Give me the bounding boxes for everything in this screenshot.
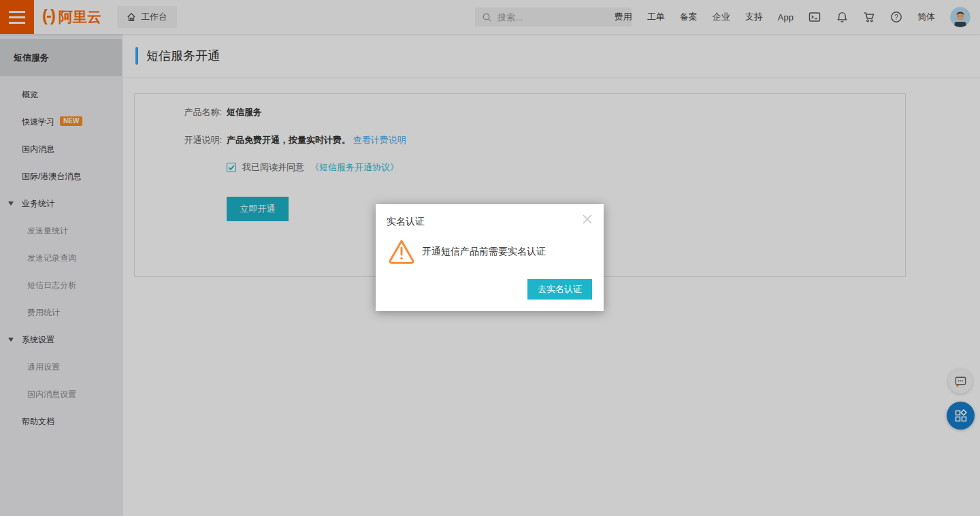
modal-close-button[interactable] <box>579 211 595 227</box>
close-icon <box>582 214 593 225</box>
real-name-verification-modal: 实名认证 开通短信产品前需要实名认证 去实名认证 <box>376 204 604 311</box>
modal-message: 开通短信产品前需要实名认证 <box>422 246 546 258</box>
go-verify-button[interactable]: 去实名认证 <box>527 279 592 300</box>
warning-icon <box>388 238 415 267</box>
modal-title: 实名认证 <box>387 216 425 228</box>
